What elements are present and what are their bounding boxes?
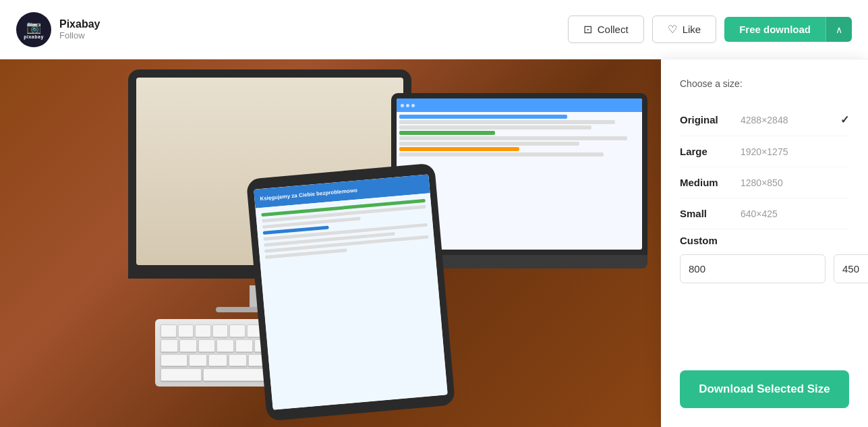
size-name-large: Large xyxy=(680,146,734,157)
image-area: Księgujemy za Ciebie bezproblemowo xyxy=(0,59,661,427)
size-name-small: Small xyxy=(680,208,734,219)
size-option-original[interactable]: Original 4288×2848 ✓ xyxy=(680,104,849,136)
size-option-small[interactable]: Small 640×425 xyxy=(680,198,849,229)
avatar[interactable]: 📷 pixabay xyxy=(16,12,51,47)
follow-link[interactable]: Follow xyxy=(59,30,100,40)
like-icon xyxy=(668,23,677,36)
size-dims-original: 4288×2848 xyxy=(741,115,788,125)
profile-name: Pixabay xyxy=(59,18,100,30)
size-name-original: Original xyxy=(680,114,734,125)
tablet-mockup: Księgujemy za Ciebie bezproblemowo xyxy=(246,163,455,421)
custom-label: Custom xyxy=(680,235,849,246)
custom-height-input[interactable] xyxy=(834,254,868,283)
custom-inputs xyxy=(680,254,849,283)
size-dims-small: 640×425 xyxy=(741,208,778,219)
size-dropdown-panel: Choose a size: Original 4288×2848 ✓ Larg… xyxy=(661,59,868,427)
collect-button[interactable]: Collect xyxy=(568,16,644,43)
custom-width-input[interactable] xyxy=(680,254,826,283)
profile-section: 📷 pixabay Pixabay Follow xyxy=(16,12,100,47)
chevron-up-icon xyxy=(836,24,842,35)
header-actions: Collect Like Free download xyxy=(568,16,852,43)
choose-size-label: Choose a size: xyxy=(680,78,849,89)
download-group: Free download xyxy=(724,17,852,42)
size-name-medium: Medium xyxy=(680,177,734,188)
collect-label: Collect xyxy=(598,24,629,35)
profile-info: Pixabay Follow xyxy=(59,18,100,40)
download-selected-button[interactable]: Download Selected Size xyxy=(680,370,849,408)
free-download-button[interactable]: Free download xyxy=(724,17,826,42)
custom-size-section: Custom xyxy=(680,235,849,283)
size-dims-medium: 1280×850 xyxy=(741,177,783,188)
main-content: Księgujemy za Ciebie bezproblemowo xyxy=(0,59,868,427)
header: 📷 pixabay Pixabay Follow Collect Like Fr… xyxy=(0,0,868,59)
size-option-large[interactable]: Large 1920×1275 xyxy=(680,136,849,167)
collect-icon xyxy=(583,23,592,36)
size-check-original: ✓ xyxy=(840,113,849,126)
download-arrow-button[interactable] xyxy=(826,17,852,42)
like-label: Like xyxy=(683,24,701,35)
like-button[interactable]: Like xyxy=(652,16,717,43)
size-dims-large: 1920×1275 xyxy=(741,146,788,157)
size-option-medium[interactable]: Medium 1280×850 xyxy=(680,167,849,198)
hero-image: Księgujemy za Ciebie bezproblemowo xyxy=(0,59,661,427)
